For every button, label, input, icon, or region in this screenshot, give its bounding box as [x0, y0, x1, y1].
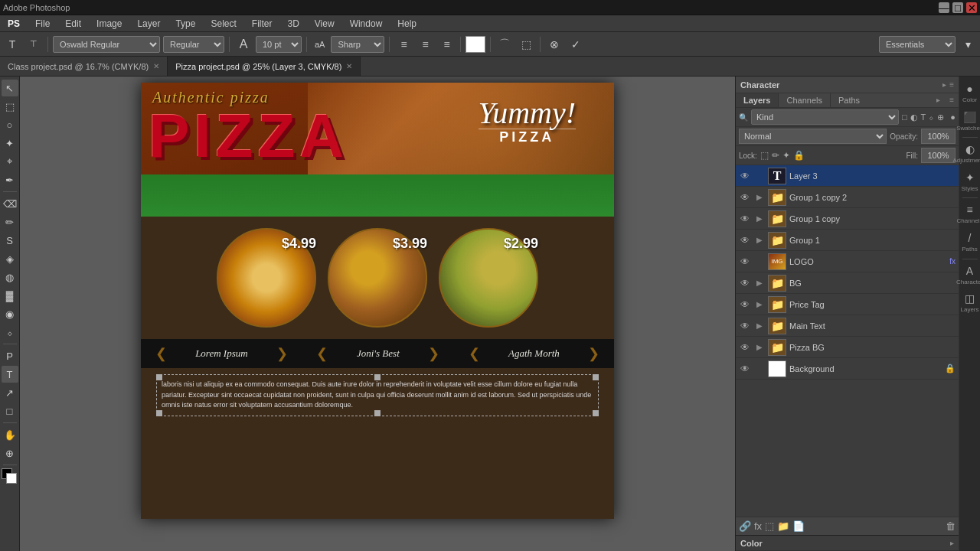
- fg-bg-colors[interactable]: [2, 468, 18, 485]
- eraser-tool-button[interactable]: ◍: [2, 269, 18, 285]
- layer-item-bg[interactable]: 👁 ▶ 📁 BG: [736, 272, 959, 294]
- quick-select-tool-button[interactable]: ✦: [2, 135, 18, 152]
- align-right-icon[interactable]: ≡: [437, 35, 456, 54]
- lock-transparent-icon[interactable]: ⬚: [760, 150, 769, 161]
- minimize-button[interactable]: —: [939, 2, 949, 13]
- layer-expand-group1copy2[interactable]: ▶: [754, 193, 765, 201]
- paths-tab[interactable]: Paths: [831, 93, 867, 107]
- layer-item-background[interactable]: 👁 Background 🔒: [736, 358, 959, 380]
- brush-tool-button[interactable]: ✏: [2, 214, 18, 230]
- align-center-icon[interactable]: ≡: [416, 35, 434, 54]
- lock-pixels-icon[interactable]: ✏: [772, 150, 779, 161]
- layer-visibility-group1[interactable]: 👁: [739, 235, 751, 246]
- layer-visibility-background[interactable]: 👁: [739, 364, 751, 374]
- add-mask-button[interactable]: ⬚: [765, 520, 774, 532]
- lasso-tool-button[interactable]: ○: [2, 116, 18, 133]
- layers-panel-icon[interactable]: ◫ Layers: [961, 289, 979, 317]
- filter-icon-type[interactable]: T: [921, 112, 926, 122]
- layer-item-group1[interactable]: 👁 ▶ 📁 Group 1: [736, 230, 959, 251]
- lock-position-icon[interactable]: ✦: [782, 150, 790, 161]
- font-family-dropdown[interactable]: Oswald Regular: [53, 36, 160, 53]
- layer-visibility-group1copy2[interactable]: 👁: [739, 192, 751, 203]
- layers-expand-icon[interactable]: ▸: [932, 93, 945, 107]
- layer-expand-bg[interactable]: ▶: [754, 279, 765, 287]
- layers-menu-icon[interactable]: ≡: [945, 93, 959, 107]
- filter-icon-pixel[interactable]: □: [902, 112, 907, 122]
- layer-item-maintext[interactable]: 👁 ▶ 📁 Main Text: [736, 315, 959, 337]
- new-layer-button[interactable]: 📄: [792, 520, 805, 532]
- gradient-tool-button[interactable]: ▓: [2, 287, 18, 304]
- menu-view[interactable]: View: [307, 15, 342, 32]
- menu-help[interactable]: Help: [390, 15, 424, 32]
- text-orientation-v-icon[interactable]: ⊤: [24, 35, 43, 54]
- text-orientation-icon[interactable]: T: [3, 35, 21, 54]
- color-panel-expand[interactable]: ▸: [950, 539, 954, 547]
- text-path-icon[interactable]: ⬚: [517, 35, 535, 54]
- layer-item-logo[interactable]: 👁 IMG LOGO fx: [736, 251, 959, 272]
- healing-tool-button[interactable]: ⌫: [2, 195, 18, 212]
- shape-tool-button[interactable]: □: [2, 403, 18, 419]
- layer-visibility-maintext[interactable]: 👁: [739, 321, 751, 331]
- clone-stamp-button[interactable]: S: [2, 232, 18, 249]
- close-button[interactable]: ✕: [966, 2, 977, 13]
- warp-text-icon[interactable]: ⌒: [495, 35, 514, 54]
- tab-pizza-project[interactable]: Pizza project.psd @ 25% (Layer 3, CMYK/8…: [168, 57, 361, 76]
- filter-icon-adjust[interactable]: ◐: [910, 112, 918, 122]
- layer-item-pizzabg[interactable]: 👁 ▶ 📁 Pizza BG: [736, 337, 959, 358]
- blur-tool-button[interactable]: ◉: [2, 305, 18, 322]
- menu-select[interactable]: Select: [203, 15, 243, 32]
- fill-input[interactable]: [921, 148, 956, 163]
- layer-visibility-layer3[interactable]: 👁: [739, 171, 751, 181]
- crop-tool-button[interactable]: ⌖: [2, 153, 18, 170]
- character-panel-icon[interactable]: A Character: [961, 262, 979, 289]
- font-style-dropdown[interactable]: Regular: [163, 36, 224, 53]
- align-left-icon[interactable]: ≡: [394, 35, 413, 54]
- layer-expand-pricetag[interactable]: ▶: [754, 300, 765, 308]
- panel-collapse-icon[interactable]: ▸: [942, 80, 946, 89]
- menu-window[interactable]: Window: [342, 15, 390, 32]
- layer-visibility-bg[interactable]: 👁: [739, 278, 751, 289]
- layer-visibility-logo[interactable]: 👁: [739, 256, 751, 267]
- blend-mode-select[interactable]: Normal: [739, 129, 887, 144]
- commit-text-icon[interactable]: ✓: [567, 35, 585, 54]
- panel-menu-icon[interactable]: ≡: [949, 80, 954, 89]
- font-size-dropdown[interactable]: 10 pt: [256, 36, 302, 53]
- new-group-button[interactable]: 📁: [777, 520, 789, 532]
- menu-filter[interactable]: Filter: [244, 15, 280, 32]
- menu-layer[interactable]: Layer: [129, 15, 168, 32]
- dodge-tool-button[interactable]: ⬦: [2, 324, 18, 341]
- swatches-panel-icon[interactable]: ⬛ Swatches: [961, 108, 979, 135]
- layer-item-layer3[interactable]: 👁 T Layer 3: [736, 165, 959, 187]
- paths-panel-icon[interactable]: / Paths: [961, 229, 979, 256]
- layer-expand-maintext[interactable]: ▶: [754, 321, 765, 330]
- layer-visibility-pricetag[interactable]: 👁: [739, 299, 751, 310]
- path-select-button[interactable]: ↗: [2, 384, 18, 401]
- tab-class-project[interactable]: Class project.psd @ 16.7% (CMYK/8) ✕: [0, 57, 168, 76]
- layer-expand-group1copy[interactable]: ▶: [754, 214, 765, 223]
- menu-file[interactable]: File: [28, 15, 57, 32]
- layer-expand-pizzabg[interactable]: ▶: [754, 343, 765, 351]
- adjustments-panel-icon[interactable]: ◐ Adjustments: [961, 140, 979, 168]
- aa-method-dropdown[interactable]: Sharp: [331, 36, 384, 53]
- styles-panel-icon[interactable]: ✦ Styles: [961, 168, 979, 196]
- layer-expand-group1[interactable]: ▶: [754, 236, 765, 244]
- menu-ps[interactable]: PS: [0, 15, 28, 32]
- hand-tool-button[interactable]: ✋: [2, 426, 18, 443]
- zoom-tool-button[interactable]: ⊕: [2, 445, 18, 461]
- menu-3d[interactable]: 3D: [279, 15, 306, 32]
- filter-toggle[interactable]: ●: [950, 112, 956, 122]
- move-tool-button[interactable]: ↖: [2, 80, 18, 96]
- flyer-text-box[interactable]: laboris nisi ut aliquip ex ea commodo co…: [156, 374, 599, 416]
- text-color-swatch[interactable]: [466, 36, 485, 53]
- cancel-text-icon[interactable]: ⊗: [545, 35, 564, 54]
- layer-item-group1copy2[interactable]: 👁 ▶ 📁 Group 1 copy 2: [736, 187, 959, 208]
- opacity-input[interactable]: [921, 129, 956, 144]
- color-panel-icon[interactable]: ● Color: [961, 80, 979, 107]
- menu-type[interactable]: Type: [168, 15, 203, 32]
- layers-tab[interactable]: Layers: [736, 93, 779, 107]
- canvas-document[interactable]: Authentic pizza PIZZA Yummy! PIZZA: [141, 89, 614, 519]
- layer-visibility-group1copy[interactable]: 👁: [739, 214, 751, 224]
- filter-icon-shape[interactable]: ⬦: [929, 112, 934, 122]
- tab-class-project-close[interactable]: ✕: [153, 62, 159, 70]
- filter-icon-smart[interactable]: ⊕: [937, 112, 944, 122]
